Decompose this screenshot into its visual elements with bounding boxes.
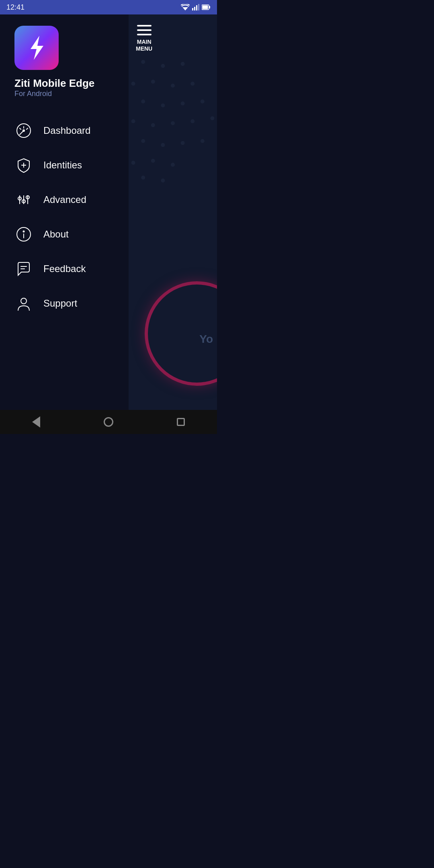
svg-rect-7 — [203, 6, 208, 9]
identities-icon — [14, 156, 33, 174]
recents-icon — [177, 418, 185, 426]
svg-rect-4 — [198, 4, 199, 10]
hamburger-icon — [137, 25, 151, 35]
about-label: About — [43, 229, 69, 240]
partial-text: Yo — [199, 333, 213, 346]
svg-point-40 — [141, 100, 145, 104]
advanced-label: Advanced — [43, 194, 86, 205]
signal-icon — [192, 4, 199, 10]
lightning-icon — [23, 34, 51, 62]
nav-item-feedback[interactable]: Feedback — [14, 252, 121, 285]
svg-point-51 — [151, 123, 155, 127]
svg-point-10 — [23, 130, 25, 131]
app-icon — [14, 26, 59, 70]
svg-point-24 — [21, 298, 27, 304]
support-icon — [14, 294, 33, 313]
svg-point-43 — [201, 100, 205, 104]
svg-point-35 — [171, 84, 175, 88]
home-icon — [104, 417, 113, 427]
svg-point-28 — [141, 60, 145, 64]
support-label: Support — [43, 298, 77, 309]
svg-point-61 — [141, 139, 145, 143]
svg-point-50 — [131, 119, 135, 123]
bottom-nav-bar — [0, 410, 217, 434]
svg-rect-6 — [209, 6, 210, 8]
status-icons — [181, 4, 211, 10]
main-menu-label: MAINMENU — [136, 39, 152, 52]
back-button[interactable] — [24, 410, 48, 434]
svg-rect-2 — [194, 7, 195, 10]
about-icon — [14, 225, 33, 244]
nav-item-support[interactable]: Support — [14, 287, 121, 320]
back-icon — [32, 416, 40, 428]
svg-point-36 — [190, 82, 194, 86]
drawer: Ziti Mobile Edge For Android Dashboard — [0, 14, 129, 410]
svg-point-29 — [161, 64, 165, 68]
nav-item-dashboard[interactable]: Dashboard — [14, 114, 121, 147]
recents-button[interactable] — [169, 410, 193, 434]
svg-point-68 — [131, 161, 135, 165]
svg-marker-0 — [182, 7, 188, 10]
right-panel: MAINMENU Yo — [129, 14, 217, 410]
wifi-icon — [181, 4, 190, 10]
svg-point-69 — [151, 159, 155, 163]
app-name: Ziti Mobile Edge — [14, 77, 121, 90]
svg-rect-1 — [192, 8, 193, 10]
status-time: 12:41 — [6, 3, 25, 12]
main-menu-button[interactable]: MAINMENU — [133, 22, 156, 55]
dashboard-label: Dashboard — [43, 125, 90, 136]
nav-item-identities[interactable]: Identities — [14, 149, 121, 182]
svg-point-63 — [181, 141, 185, 145]
main-layout: Ziti Mobile Edge For Android Dashboard — [0, 14, 217, 410]
svg-point-53 — [190, 119, 194, 123]
app-subtitle: For Android — [14, 90, 121, 98]
feedback-label: Feedback — [43, 263, 86, 274]
home-button[interactable] — [96, 410, 121, 434]
dashboard-icon — [14, 121, 33, 140]
nav-item-advanced[interactable]: Advanced — [14, 183, 121, 216]
svg-point-30 — [181, 62, 185, 66]
advanced-icon — [14, 190, 33, 209]
status-bar: 12:41 — [0, 0, 217, 14]
svg-point-64 — [201, 139, 205, 143]
nav-list: Dashboard Identities — [14, 114, 121, 320]
svg-point-21 — [23, 231, 25, 232]
nav-item-about[interactable]: About — [14, 218, 121, 251]
svg-point-73 — [161, 178, 165, 182]
battery-icon — [202, 4, 211, 10]
svg-point-54 — [210, 116, 214, 120]
svg-point-33 — [131, 82, 135, 86]
identities-label: Identities — [43, 160, 82, 171]
svg-point-70 — [171, 163, 175, 167]
svg-rect-3 — [196, 5, 197, 10]
svg-point-41 — [161, 103, 165, 107]
svg-point-42 — [181, 101, 185, 105]
svg-marker-8 — [31, 36, 43, 60]
svg-point-52 — [171, 121, 175, 125]
svg-point-72 — [141, 176, 145, 180]
feedback-icon — [14, 260, 33, 278]
svg-point-62 — [161, 143, 165, 147]
svg-point-34 — [151, 80, 155, 84]
